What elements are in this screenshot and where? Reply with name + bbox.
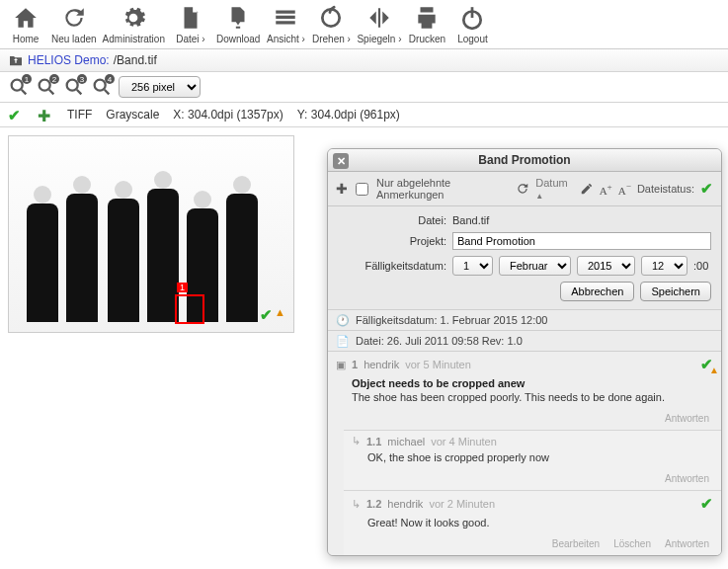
zoom-4-icon[interactable]: 4 bbox=[91, 76, 113, 98]
comment-1-status-check-icon[interactable]: ✔▲ bbox=[700, 356, 713, 373]
reload-button[interactable]: Neu laden bbox=[51, 4, 97, 44]
reply-arrow-icon: ↳ bbox=[352, 435, 361, 447]
meta-due-date: 🕐 Fälligkeitsdatum: 1. Februar 2015 12:0… bbox=[328, 309, 721, 330]
comment-1-time: vor 5 Minuten bbox=[405, 359, 471, 370]
path-root-link[interactable]: HELIOS Demo: bbox=[28, 53, 110, 67]
logout-icon bbox=[458, 4, 486, 32]
view-icon bbox=[272, 4, 299, 32]
logout-label: Logout bbox=[457, 34, 488, 44]
svg-point-3 bbox=[40, 80, 50, 91]
file-value: Band.tif bbox=[452, 214, 489, 226]
panel-toolbar: ✚ Nur abgelehnte Anmerkungen Datum ▲ A+ … bbox=[328, 172, 721, 206]
comment-1-title: Object needs to be cropped anew bbox=[328, 377, 721, 391]
reload-icon bbox=[60, 4, 88, 32]
file-label: Datei: bbox=[338, 214, 446, 226]
image-info-bar: ✔ ✚ TIFF Grayscale X: 304.0dpi (1357px) … bbox=[0, 103, 728, 127]
preview-warning-icon: ▲ bbox=[275, 306, 285, 324]
download-label: Download bbox=[216, 34, 260, 44]
download-button[interactable]: Download bbox=[216, 4, 260, 44]
path-filename: /Band.tif bbox=[114, 53, 157, 67]
sort-date-toggle[interactable]: Datum ▲ bbox=[535, 177, 573, 201]
reply-1-1-body: OK, the shoe is cropped properly now bbox=[344, 451, 721, 469]
reply-arrow-icon: ↳ bbox=[352, 498, 361, 511]
main-toolbar: Home Neu laden Administration Datei › Do… bbox=[0, 0, 728, 49]
font-increase-icon[interactable]: A+ bbox=[600, 182, 612, 197]
svg-point-2 bbox=[12, 80, 23, 91]
panel-title-text: Band Promotion bbox=[478, 153, 570, 167]
logout-button[interactable]: Logout bbox=[452, 4, 492, 44]
collapse-icon[interactable]: ▣ bbox=[336, 359, 346, 371]
mirror-menu[interactable]: Spiegeln › bbox=[357, 4, 401, 44]
annotation-panel: ✕ Band Promotion ✚ Nur abgelehnte Anmerk… bbox=[327, 148, 722, 556]
filestatus-check-icon[interactable]: ✔ bbox=[700, 180, 713, 198]
file-menu[interactable]: Datei › bbox=[171, 4, 210, 44]
gear-icon bbox=[120, 4, 147, 32]
breadcrumb: HELIOS Demo: /Band.tif bbox=[0, 49, 728, 72]
x-dpi: X: 304.0dpi (1357px) bbox=[173, 108, 283, 122]
reply-1-2-delete-button[interactable]: Löschen bbox=[607, 536, 657, 551]
reply-1-1: ↳ 1.1 michael vor 4 Minuten OK, the shoe… bbox=[344, 430, 721, 490]
rotate-menu[interactable]: Drehen › bbox=[311, 4, 351, 44]
admin-button[interactable]: Administration bbox=[103, 4, 165, 44]
status-check-icon: ✔ bbox=[8, 107, 24, 122]
due-day-select[interactable]: 1 bbox=[452, 256, 493, 276]
save-button[interactable]: Speichern bbox=[640, 282, 711, 301]
rotate-label: Drehen › bbox=[312, 34, 351, 44]
annotation-form: Datei: Band.tif Projekt: Fälligkeitsdatu… bbox=[328, 206, 721, 309]
home-icon bbox=[12, 4, 40, 32]
due-hour-select[interactable]: 12 bbox=[641, 256, 688, 276]
home-button[interactable]: Home bbox=[6, 4, 45, 44]
edit-icon[interactable] bbox=[580, 182, 594, 196]
add-icon[interactable]: ✚ bbox=[38, 107, 53, 122]
reply-1-1-num: 1.1 bbox=[366, 436, 381, 447]
reply-1-2-num: 1.2 bbox=[366, 498, 381, 510]
reply-1-2-check-icon[interactable]: ✔ bbox=[700, 495, 713, 513]
document-icon bbox=[177, 4, 204, 32]
reply-1-1-user: michael bbox=[387, 436, 425, 447]
zoom-size-select[interactable]: 256 pixel bbox=[119, 76, 201, 98]
due-year-select[interactable]: 2015 bbox=[577, 256, 635, 276]
clock-icon: 🕐 bbox=[336, 313, 350, 327]
zoom-3-icon[interactable]: 3 bbox=[63, 76, 85, 98]
reply-1-2-time: vor 2 Minuten bbox=[429, 498, 495, 510]
project-input[interactable] bbox=[452, 232, 711, 250]
reply-1-1-time: vor 4 Minuten bbox=[431, 436, 497, 447]
svg-point-5 bbox=[95, 80, 106, 91]
download-icon bbox=[224, 4, 252, 32]
meta-due-text: Fälligkeitsdatum: 1. Februar 2015 12:00 bbox=[356, 314, 547, 326]
file-label: Datei › bbox=[176, 34, 204, 44]
due-minute-suffix: :00 bbox=[693, 260, 708, 272]
add-annotation-icon[interactable]: ✚ bbox=[336, 181, 348, 197]
panel-header: ✕ Band Promotion bbox=[328, 149, 721, 172]
mirror-icon bbox=[365, 4, 393, 32]
y-dpi: Y: 304.0dpi (961px) bbox=[297, 108, 400, 122]
image-preview[interactable]: 1 ✔ ▲ bbox=[8, 135, 294, 333]
rejected-only-checkbox[interactable] bbox=[356, 183, 368, 196]
reply-1-2-user: hendrik bbox=[387, 498, 423, 510]
zoom-bar: 1 2 3 4 256 pixel bbox=[0, 72, 728, 103]
project-label: Projekt: bbox=[338, 235, 446, 247]
zoom-1-icon[interactable]: 1 bbox=[8, 76, 30, 98]
folder-up-icon[interactable] bbox=[8, 52, 24, 68]
meta-file-text: Datei: 26. Juli 2011 09:58 Rev: 1.0 bbox=[356, 335, 523, 347]
comment-1-reply-button[interactable]: Antworten bbox=[659, 411, 715, 426]
print-label: Drucken bbox=[409, 34, 445, 44]
zoom-2-icon[interactable]: 2 bbox=[36, 76, 57, 98]
due-month-select[interactable]: Februar bbox=[499, 256, 571, 276]
colorspace: Grayscale bbox=[106, 108, 159, 122]
view-menu[interactable]: Ansicht › bbox=[266, 4, 305, 44]
close-icon[interactable]: ✕ bbox=[333, 153, 349, 169]
reply-1-2-edit-button[interactable]: Bearbeiten bbox=[546, 536, 606, 551]
comment-1-user: hendrik bbox=[364, 359, 399, 370]
refresh-icon[interactable] bbox=[516, 182, 529, 196]
reply-1-2-reply-button[interactable]: Antworten bbox=[659, 536, 715, 551]
filestatus-label: Dateistatus: bbox=[637, 183, 694, 195]
reply-1-1-reply-button[interactable]: Antworten bbox=[659, 471, 715, 486]
cancel-button[interactable]: Abbrechen bbox=[560, 282, 634, 301]
preview-check-icon: ✔ bbox=[260, 306, 273, 324]
band-photo bbox=[9, 136, 293, 332]
svg-point-4 bbox=[67, 80, 78, 91]
print-button[interactable]: Drucken bbox=[407, 4, 446, 44]
font-decrease-icon[interactable]: A− bbox=[618, 182, 631, 197]
preview-status-icons: ✔ ▲ bbox=[260, 306, 285, 324]
